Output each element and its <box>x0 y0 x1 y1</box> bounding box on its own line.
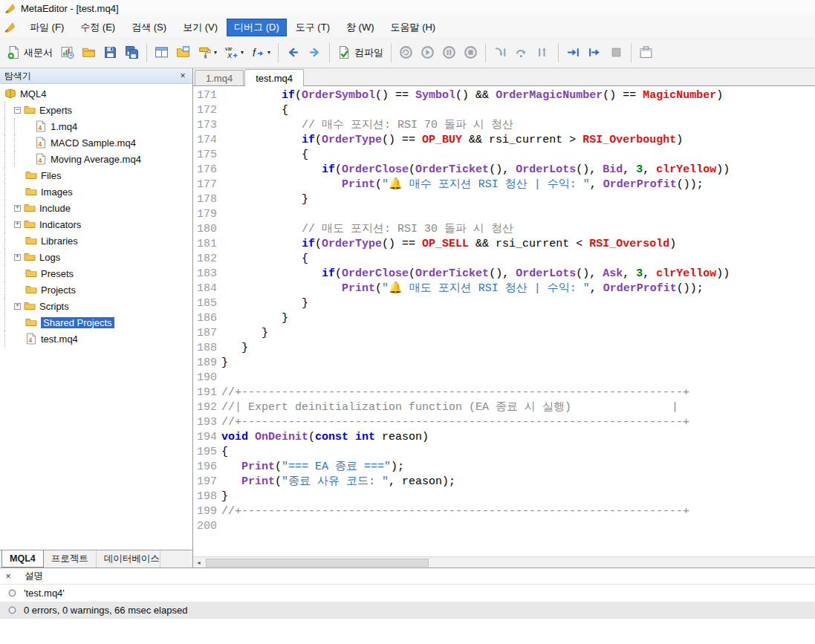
line-number: 194 <box>193 430 221 445</box>
tree-item-label: MQL4 <box>20 88 46 100</box>
editor-tab-test-mq4[interactable]: test.mq4 <box>244 69 304 86</box>
toolbox-button[interactable] <box>635 42 657 62</box>
dropdown-caret-icon[interactable]: ▾ <box>214 49 217 56</box>
save-all-icon <box>125 45 139 59</box>
tree-item-1-mq4[interactable]: 41.mq4 <box>0 118 192 134</box>
code-text: Print("🔔 매도 포지션 RSI 청산 | 수익: ", OrderPro… <box>221 282 704 296</box>
expand-box-icon[interactable]: + <box>14 254 21 261</box>
debug-pause-button <box>438 42 460 62</box>
metaeditor-window: MetaEditor - [test.mq4] 파일 (F)수정 (E)검색 (… <box>0 0 815 644</box>
code-area[interactable]: 171 if(OrderSymbol() == Symbol() && Orde… <box>193 86 815 556</box>
scroll-left-arrow-icon[interactable] <box>193 557 204 568</box>
editor-panel: 1.mq4test.mq4 171 if(OrderSymbol() == Sy… <box>193 68 815 567</box>
add-watch-variable-button[interactable]: varx▾ <box>221 42 247 62</box>
code-text: void OnDeinit(const int reason) <box>221 430 429 445</box>
menu-item-edit[interactable]: 수정 (E) <box>73 19 123 36</box>
expand-box-icon[interactable]: + <box>14 205 21 212</box>
collapse-box-icon[interactable]: − <box>14 107 21 114</box>
code-text: } <box>221 326 268 341</box>
tree-item-scripts[interactable]: +Scripts <box>0 298 192 314</box>
menu-item-search[interactable]: 검색 (S) <box>124 19 174 36</box>
tree-item-projects[interactable]: Projects <box>0 282 192 298</box>
output-close-icon[interactable] <box>2 570 14 582</box>
code-line: 199//+----------------------------------… <box>193 504 815 519</box>
tree-item-label: test.mq4 <box>41 334 78 345</box>
line-number: 175 <box>193 148 221 163</box>
mq4-file-icon: 4 <box>35 153 47 165</box>
menu-item-debug[interactable]: 디버그 (D) <box>227 19 287 36</box>
menu-item-file[interactable]: 파일 (F) <box>22 19 71 36</box>
tree-item-files[interactable]: Files <box>0 167 192 183</box>
navigate-back-button[interactable] <box>282 42 304 62</box>
folder-window-icon <box>176 45 190 59</box>
dropdown-caret-icon[interactable]: ▾ <box>267 49 270 56</box>
open-folder-icon <box>82 45 96 59</box>
expand-box-icon[interactable]: + <box>14 303 21 310</box>
tree-item-test-mq4[interactable]: 4test.mq4 <box>0 331 192 347</box>
tree-item-moving-average-mq4[interactable]: 4Moving Average.mq4 <box>0 151 192 167</box>
save-all-button[interactable] <box>121 42 143 62</box>
insert-function-button[interactable]: f▾ <box>247 42 274 62</box>
expand-box-icon[interactable]: + <box>14 221 21 228</box>
code-line: 185 } <box>193 296 815 311</box>
menu-item-window[interactable]: 창 (W) <box>339 19 382 36</box>
circle-stop-icon <box>464 45 478 59</box>
tree-item-logs[interactable]: +Logs <box>0 249 192 265</box>
navigator-tab-projects[interactable]: 프로젝트 <box>44 550 97 567</box>
output-row[interactable]: 'test.mq4' <box>0 585 815 602</box>
code-line: 190 <box>193 371 815 386</box>
step-into-button <box>490 42 511 62</box>
line-number: 173 <box>193 118 221 133</box>
code-line: 171 if(OrderSymbol() == Symbol() && Orde… <box>193 88 815 103</box>
show-next-statement-button[interactable] <box>584 42 605 62</box>
tree-item-label: Logs <box>39 252 60 263</box>
toolbar-separator <box>329 43 330 62</box>
navigate-forward-button[interactable] <box>304 42 325 62</box>
menu-item-help[interactable]: 도움말 (H) <box>383 19 444 36</box>
code-line: 180 // 매도 포지션: RSI 30 돌파 시 청산 <box>193 222 815 237</box>
tree-item-mql4[interactable]: MQL4 <box>0 85 192 102</box>
tree-guide <box>4 118 14 134</box>
menu-item-tools[interactable]: 도구 (T) <box>288 19 337 36</box>
scrollbar-thumb[interactable] <box>206 559 429 567</box>
tree-item-label: Libraries <box>41 235 78 247</box>
code-line: 183 if(OrderClose(OrderTicket(), OrderLo… <box>193 267 815 282</box>
navigator-tab-database[interactable]: 데이터베이스 <box>97 550 160 567</box>
menu-item-view[interactable]: 보기 (V) <box>175 19 225 36</box>
tree-item-shared-projects[interactable]: Shared Projects <box>0 314 192 331</box>
line-number: 183 <box>193 267 221 282</box>
code-line: 192//| Expert deinitialization function … <box>193 400 815 415</box>
dropdown-caret-icon[interactable]: ▾ <box>241 49 244 56</box>
code-line: 195{ <box>193 445 815 460</box>
tree-guide <box>4 265 14 282</box>
navigator-tab-mql4[interactable]: MQL4 <box>1 550 44 567</box>
compile-button[interactable]: 컴파일 <box>334 42 387 62</box>
new-file-button[interactable]: 새문서 <box>3 42 56 62</box>
horizontal-scrollbar[interactable] <box>193 556 815 567</box>
step-out-icon <box>536 45 551 59</box>
tree-item-include[interactable]: +Include <box>0 200 192 216</box>
profiler-button[interactable] <box>56 42 78 62</box>
navigator-close-icon[interactable] <box>178 71 188 81</box>
gray-square-icon <box>609 45 623 59</box>
code-text: } <box>221 296 308 311</box>
run-to-cursor-button[interactable] <box>562 42 584 62</box>
tree-item-macd-sample-mq4[interactable]: 4MACD Sample.mq4 <box>0 134 192 151</box>
output-tab-label[interactable]: 설명 <box>25 570 43 582</box>
folder-icon <box>25 186 37 198</box>
tree-item-presets[interactable]: Presets <box>0 265 192 282</box>
tree-item-experts[interactable]: −Experts <box>0 102 192 118</box>
tree-item-libraries[interactable]: Libraries <box>0 232 192 249</box>
tree-item-indicators[interactable]: +Indicators <box>0 216 192 232</box>
open-file-button[interactable] <box>78 42 100 62</box>
tree-item-images[interactable]: Images <box>0 183 192 200</box>
editor-tab-1-mq4[interactable]: 1.mq4 <box>195 70 244 85</box>
open-metatrader-button[interactable] <box>151 42 172 62</box>
toolbar: 새문서▾varx▾f▾컴파일 <box>0 37 815 68</box>
save-button[interactable] <box>100 42 121 62</box>
output-row[interactable]: 0 errors, 0 warnings, 66 msec elapsed <box>0 602 815 619</box>
line-number: 179 <box>193 207 221 222</box>
code-line: 196 Print("=== EA 종료 ==="); <box>193 460 815 475</box>
styler-button[interactable]: ▾ <box>194 42 221 62</box>
open-data-folder-button[interactable] <box>172 42 194 62</box>
